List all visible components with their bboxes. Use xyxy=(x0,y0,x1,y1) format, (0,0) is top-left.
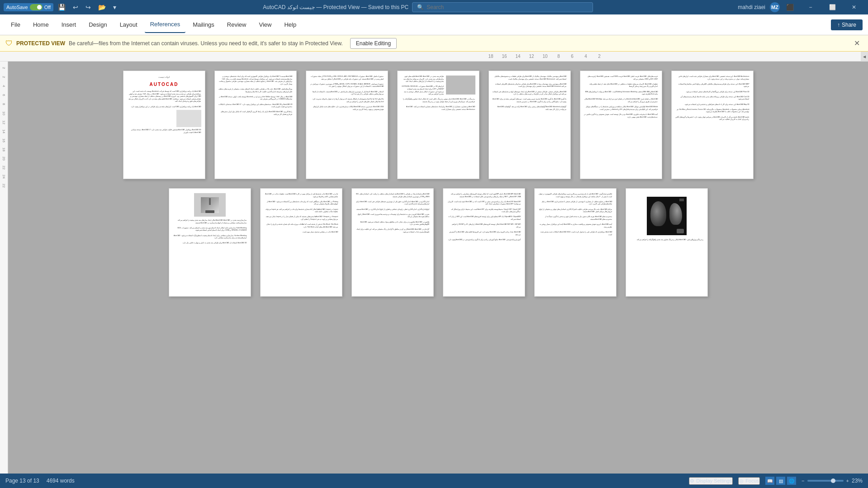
ruler-6: 6 xyxy=(565,54,579,59)
save-icon[interactable]: 💾 xyxy=(56,3,67,12)
user-name: mahdi ziaei xyxy=(738,4,765,10)
lr-12: 12 xyxy=(2,118,6,127)
focus-button[interactable]: ◎ Focus xyxy=(738,477,760,485)
page-10-body: AutoCAD و استانداردها: در طراحی با AutoC… xyxy=(356,193,430,234)
tab-view[interactable]: View xyxy=(253,17,277,33)
page-1-body2: AutoCAD 3D: نرم‌افزار AutoCAD همچنین قاب… xyxy=(127,129,201,134)
page-9-body: چاپ در AutoCAD: چاپ نقشه‌ها یکی از مراحل… xyxy=(264,193,338,234)
page-2-content: AutoCAD چیست؟ AutoCAD یک نرم‌افزار طراحی… xyxy=(215,71,296,179)
lr-18: 18 xyxy=(2,145,6,154)
dropdown-icon[interactable]: ▾ xyxy=(111,3,118,12)
page-4[interactable]: طراحی سه بعدی در AutoCAD: AutoCAD قابلیت… xyxy=(397,71,479,179)
zoom-in-button[interactable]: + xyxy=(846,478,849,483)
page-6[interactable]: فرمت‌های فایل AutoCAD: فرمت اصلی AutoCAD… xyxy=(580,71,662,179)
zoom-slider[interactable] xyxy=(807,480,844,482)
page-9-content: چاپ در AutoCAD: چاپ نقشه‌ها یکی از مراحل… xyxy=(261,189,342,296)
page-5-content: AutoCAD و مهندسی مکانیک: مهندسان مکانیک … xyxy=(489,71,570,179)
page-1-content: اتوکد جیست AUTOCAD AutoCAD یک برنامه نرم… xyxy=(123,71,205,179)
page-8-image xyxy=(194,193,226,217)
tab-mailings[interactable]: Mailings xyxy=(187,17,220,33)
close-protected-bar-button[interactable]: ✕ xyxy=(851,38,863,48)
page-1-header: اتوکد جیست AUTOCAD xyxy=(127,76,201,88)
enable-editing-button[interactable]: Enable Editing xyxy=(350,38,397,49)
lr-8: 8 xyxy=(2,99,6,109)
page-12-content: خلاصه و نتیجه‌گیری: AutoCAD یکی از قدرتم… xyxy=(535,189,616,296)
page-1[interactable]: اتوکد جیست AUTOCAD AutoCAD یک برنامه نرم… xyxy=(123,71,205,179)
document-view[interactable]: اتوکد جیست AUTOCAD AutoCAD یک برنامه نرم… xyxy=(8,62,868,474)
page-2[interactable]: AutoCAD چیست؟ AutoCAD یک نرم‌افزار طراحی… xyxy=(214,71,297,179)
status-bar-right: ⚙ Display Settings ◎ Focus 📖 ▤ 🌐 − + 23% xyxy=(689,477,863,485)
display-settings-button[interactable]: ⚙ Display Settings xyxy=(689,477,733,485)
page-1-top-label: اتوکد جیست xyxy=(127,76,201,79)
page-8[interactable]: مدل‌سازی سه بعدی در AutoCAD: AutoCAD امک… xyxy=(169,188,251,297)
lr-20: 20 xyxy=(2,154,6,163)
page-11[interactable]: AutoCAD API: AutoCAD دارای API قوی است ک… xyxy=(443,188,525,297)
page-7-body: AutoCAD Architecture: این نسخه تخصصی Aut… xyxy=(675,76,749,121)
ruler-10: 10 xyxy=(538,54,552,59)
lr-22: 22 xyxy=(2,163,6,172)
page-3[interactable]: دستورات اصلی AutoCAD: دستورات LINE، CIRC… xyxy=(306,71,388,179)
page-12[interactable]: خلاصه و نتیجه‌گیری: AutoCAD یکی از قدرتم… xyxy=(534,188,617,297)
tab-home[interactable]: Home xyxy=(28,17,54,33)
view-mode-icons: 📖 ▤ 🌐 xyxy=(765,477,796,485)
open-icon[interactable]: 📂 xyxy=(96,3,108,12)
restore-button[interactable]: ⬜ xyxy=(822,0,843,14)
tab-insert[interactable]: Insert xyxy=(56,17,82,33)
user-avatar[interactable]: MZ xyxy=(770,2,780,12)
close-button[interactable]: ✕ xyxy=(844,0,864,14)
lr-2b: 2 xyxy=(2,72,6,81)
focus-label: Focus xyxy=(745,478,759,483)
lr-6: 6 xyxy=(2,90,6,99)
tab-layout[interactable]: Layout xyxy=(114,17,143,33)
page-5[interactable]: AutoCAD و مهندسی مکانیک: مهندسان مکانیک … xyxy=(489,71,571,179)
zoom-out-button[interactable]: − xyxy=(802,478,804,483)
zoom-slider-thumb[interactable] xyxy=(831,479,835,483)
page-1-image xyxy=(176,110,201,127)
search-box[interactable]: 🔍 xyxy=(412,2,593,12)
search-input[interactable] xyxy=(427,4,588,10)
read-mode-icon[interactable]: 📖 xyxy=(765,477,774,485)
page-info: Page 13 of 13 xyxy=(5,478,39,484)
window-controls: − ⬜ ✕ xyxy=(800,0,864,14)
autosave-toggle[interactable] xyxy=(30,4,43,10)
share-label: Share xyxy=(842,22,856,28)
tab-file[interactable]: File xyxy=(5,17,26,33)
share-button[interactable]: ↑ Share xyxy=(831,19,863,30)
page-10[interactable]: AutoCAD و استانداردها: در طراحی با AutoC… xyxy=(351,188,434,297)
page-3-body: دستورات اصلی AutoCAD: دستورات LINE، CIRC… xyxy=(310,76,384,111)
page-13-render xyxy=(647,197,687,235)
page-13-content: رندرینگ و ویژوالیزیشن: AutoCAD امکان رند… xyxy=(626,189,707,296)
quick-access-toolbar: 💾 ↩ ↪ 📂 ▾ xyxy=(56,3,118,12)
app-title: AutoCAD جیست اتوکد — Protected View — Sa… xyxy=(263,4,408,10)
tab-help[interactable]: Help xyxy=(279,17,302,33)
protected-message: Be careful—files from the Internet can c… xyxy=(69,40,343,47)
ruler-12: 12 xyxy=(525,54,538,59)
autosave-badge[interactable]: AutoSave Off xyxy=(4,3,53,11)
tab-references[interactable]: References xyxy=(145,17,185,33)
page-7[interactable]: AutoCAD Architecture: این نسخه تخصصی Aut… xyxy=(671,71,754,179)
pages-row-2: مدل‌سازی سه بعدی در AutoCAD: AutoCAD امک… xyxy=(169,188,708,297)
web-layout-icon[interactable]: 🌐 xyxy=(787,477,796,485)
page-2-body: AutoCAD چیست؟ AutoCAD یک نرم‌افزار طراحی… xyxy=(218,76,293,116)
ribbon-collapse-icon[interactable]: ⬛ xyxy=(784,3,796,12)
lr-2a: 2 xyxy=(2,63,6,72)
search-icon: 🔍 xyxy=(417,4,424,10)
page-6-body: فرمت‌های فایل AutoCAD: فرمت اصلی AutoCAD… xyxy=(584,76,658,118)
minimize-button[interactable]: − xyxy=(800,0,821,14)
page-4-content: طراحی سه بعدی در AutoCAD: AutoCAD قابلیت… xyxy=(398,71,479,179)
title-bar-center: AutoCAD جیست اتوکد — Protected View — Sa… xyxy=(122,2,734,12)
print-layout-icon[interactable]: ▤ xyxy=(776,477,785,485)
display-settings-label: Display Settings xyxy=(696,478,732,483)
ruler-14: 14 xyxy=(511,54,525,59)
tab-review[interactable]: Review xyxy=(222,17,252,33)
autosave-state: Off xyxy=(44,5,51,10)
page-9[interactable]: چاپ در AutoCAD: چاپ نقشه‌ها یکی از مراحل… xyxy=(260,188,342,297)
tab-design[interactable]: Design xyxy=(83,17,112,33)
undo-icon[interactable]: ↩ xyxy=(71,3,80,12)
zoom-level: 23% xyxy=(852,478,863,484)
page-12-body: خلاصه و نتیجه‌گیری: AutoCAD یکی از قدرتم… xyxy=(538,193,612,236)
redo-icon[interactable]: ↪ xyxy=(84,3,93,12)
page-4-image xyxy=(446,76,475,95)
page-5-body: AutoCAD و مهندسی مکانیک: مهندسان مکانیک … xyxy=(493,76,567,111)
page-13[interactable]: رندرینگ و ویژوالیزیشن: AutoCAD امکان رند… xyxy=(626,188,708,297)
